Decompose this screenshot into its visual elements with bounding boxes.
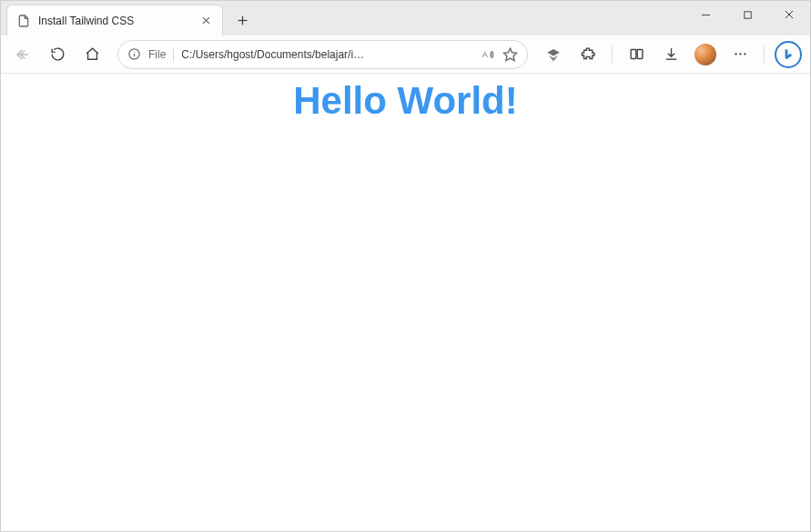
home-button[interactable] xyxy=(77,40,106,69)
favorite-star-icon[interactable] xyxy=(502,46,518,62)
browser-tab[interactable]: Install Tailwind CSS xyxy=(6,5,223,35)
bing-icon xyxy=(775,41,802,68)
split-screen-button[interactable] xyxy=(622,40,651,69)
tab-close-button[interactable] xyxy=(198,14,213,28)
browser-window: Install Tailwind CSS xyxy=(0,0,811,532)
addressbar-divider xyxy=(173,47,174,62)
bing-chat-button[interactable] xyxy=(774,40,803,69)
svg-text:A: A xyxy=(482,50,488,59)
read-aloud-icon[interactable]: A xyxy=(481,47,495,62)
info-icon[interactable] xyxy=(127,47,141,61)
address-bar[interactable]: File C:/Users/hgost/Documents/belajar/i…… xyxy=(117,40,528,69)
svg-marker-16 xyxy=(549,55,559,61)
extensions-button[interactable] xyxy=(573,40,603,69)
page-heading: Hello World! xyxy=(1,79,810,123)
refresh-button[interactable] xyxy=(43,40,72,69)
toolbar-separator xyxy=(764,45,765,64)
toolbar-separator xyxy=(612,45,613,64)
file-icon xyxy=(16,14,31,28)
tab-strip: Install Tailwind CSS xyxy=(1,1,256,35)
svg-rect-5 xyxy=(744,11,750,17)
profile-avatar[interactable] xyxy=(691,40,720,69)
more-menu-button[interactable] xyxy=(725,40,755,69)
tab-title: Install Tailwind CSS xyxy=(38,15,191,27)
svg-rect-17 xyxy=(631,50,636,59)
close-window-button[interactable] xyxy=(768,1,810,28)
toolbar: File C:/Users/hgost/Documents/belajar/i…… xyxy=(1,35,810,74)
svg-point-23 xyxy=(744,53,745,55)
url-scheme-label: File xyxy=(148,48,166,61)
addressbar-right-icons: A xyxy=(481,46,518,62)
minimize-button[interactable] xyxy=(684,1,726,28)
downloads-button[interactable] xyxy=(656,40,685,69)
maximize-button[interactable] xyxy=(726,1,768,28)
page-viewport: Hello World! xyxy=(1,74,810,531)
new-tab-button[interactable] xyxy=(228,6,256,34)
svg-marker-15 xyxy=(547,49,560,56)
svg-marker-14 xyxy=(503,48,516,60)
window-controls xyxy=(684,1,810,35)
svg-point-21 xyxy=(735,53,736,55)
svg-rect-18 xyxy=(637,50,643,59)
avatar-icon xyxy=(694,44,716,65)
svg-point-22 xyxy=(739,53,741,55)
shopping-icon[interactable] xyxy=(539,40,568,69)
url-text[interactable]: C:/Users/hgost/Documents/belajar/i… xyxy=(181,48,473,61)
titlebar: Install Tailwind CSS xyxy=(1,1,810,35)
svg-point-12 xyxy=(134,52,135,53)
back-button[interactable] xyxy=(8,40,37,69)
